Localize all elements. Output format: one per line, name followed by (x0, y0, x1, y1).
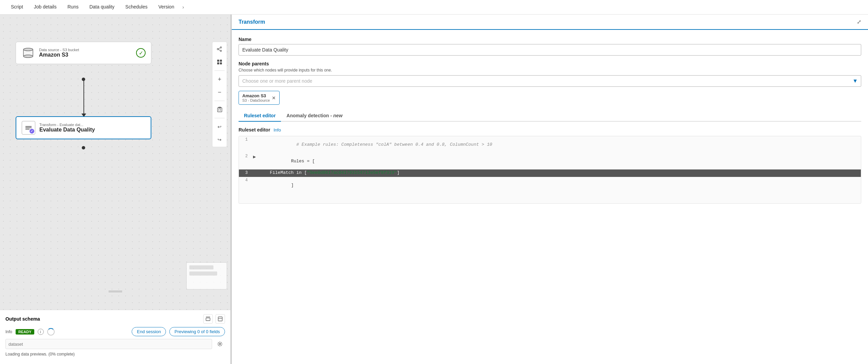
line-num-4: 4 (239, 177, 251, 183)
output-schema-title: Output schema (5, 316, 40, 322)
schema-expand-btn[interactable] (215, 314, 225, 324)
loading-spinner (47, 328, 55, 336)
code-line-4: 4 ] (239, 177, 861, 194)
svg-point-5 (220, 50, 222, 52)
line-arrow-3 (251, 169, 258, 170)
evaluate-node-info: Transform - Evaluate dat... Evaluate Dat… (39, 123, 145, 133)
svg-point-4 (217, 48, 219, 50)
name-field-input[interactable] (239, 44, 861, 56)
anomaly-tab-label: Anomaly detection - (286, 113, 333, 118)
tab-version[interactable]: Version (153, 0, 180, 14)
tab-runs[interactable]: Runs (62, 0, 84, 14)
action-buttons: End session Previewing 0 of 0 fields (132, 327, 225, 336)
zoom-in-tool[interactable]: + (214, 74, 225, 84)
parent-tag-type: S3 - DataSource (242, 98, 270, 102)
gear-button[interactable] (215, 339, 225, 349)
canvas-toolbar: + − ↩ ↪ (212, 42, 227, 147)
info-icon-btn[interactable]: i (38, 329, 44, 335)
top-tab-bar: Script Job details Runs Data quality Sch… (0, 0, 868, 15)
s3-node[interactable]: Data source - S3 bucket Amazon S3 ✓ (16, 42, 151, 64)
code-line-3: 3 FileMatch in ["3ee0d8617ac041793154713… (239, 169, 861, 177)
svg-point-1 (23, 48, 33, 51)
s3-check-icon: ✓ (136, 48, 146, 58)
tab-data-quality[interactable]: Data quality (84, 0, 120, 14)
transform-body: Name Node parents Choose which nodes wil… (232, 30, 868, 364)
tab-more-button[interactable]: › (180, 0, 187, 14)
code-bracket-close: ] (291, 183, 294, 188)
node-parents-label: Node parents (239, 61, 861, 66)
dataset-input[interactable] (5, 339, 212, 349)
svg-rect-16 (206, 318, 210, 321)
evaluate-node-name: Evaluate Data Quality (39, 127, 145, 133)
line-num-2: 2 (239, 153, 251, 159)
svg-point-2 (23, 55, 33, 58)
comment-1: # Example rules: Completeness "colA" bet… (291, 142, 492, 147)
tab-script[interactable]: Script (5, 0, 29, 14)
s3-node-name: Amazon S3 (39, 52, 132, 58)
info-label-text: Info (5, 329, 12, 334)
minimap (186, 262, 227, 289)
ruleset-tabs: Ruleset editor Anomaly detection - new (239, 110, 861, 122)
panel-drag-handle[interactable] (109, 291, 122, 293)
evaluate-node-type: Transform - Evaluate dat... (39, 123, 145, 127)
schema-icon-group (203, 314, 225, 324)
schema-collapse-btn[interactable] (203, 314, 213, 324)
s3-node-type: Data source - S3 bucket (39, 48, 132, 52)
s3-node-status: ✓ (136, 48, 146, 58)
svg-line-7 (219, 49, 220, 50)
node-parents-desc: Choose which nodes will provide inputs f… (239, 68, 861, 73)
line-arrow-2: ▶ (251, 153, 258, 160)
evaluate-node[interactable]: ✓ Transform - Evaluate dat... Evaluate D… (16, 116, 151, 139)
share-tool[interactable] (214, 44, 225, 54)
canvas-area[interactable]: Data source - S3 bucket Amazon S3 ✓ (0, 15, 230, 310)
line-content-4: ] (258, 177, 861, 194)
preview-fields-button[interactable]: Previewing 0 of 0 fields (169, 327, 225, 336)
line-num-3: 3 (239, 169, 251, 175)
ready-badge: READY (16, 329, 34, 335)
tab-anomaly-detection[interactable]: Anomaly detection - new (281, 110, 348, 122)
tab-ruleset-editor[interactable]: Ruleset editor (239, 110, 281, 122)
grid-tool[interactable] (214, 57, 225, 67)
output-schema-header: Output schema (5, 314, 225, 324)
redo-tool[interactable]: ↪ (214, 135, 225, 145)
code-line-2: 2 ▶ Rules = [ (239, 153, 861, 169)
parent-select[interactable]: Choose one or more parent node (239, 75, 861, 87)
parent-tag-close-btn[interactable]: ✕ (272, 95, 276, 101)
info-bar: Info READY i End session Previewing 0 of… (5, 327, 225, 336)
zoom-out-tool[interactable]: − (214, 87, 225, 97)
parent-select-wrapper: Choose one or more parent node ▼ (239, 75, 861, 87)
svg-rect-10 (217, 62, 219, 64)
svg-line-6 (219, 48, 220, 49)
svg-rect-8 (217, 60, 219, 62)
delete-tool[interactable] (214, 104, 225, 115)
anomaly-tab-new: new (333, 113, 342, 118)
svg-rect-9 (220, 60, 222, 62)
connector-line (83, 81, 84, 115)
code-line-1: 1 # Example rules: Completeness "colA" b… (239, 136, 861, 153)
output-schema-panel: Output schema Info READY i End session (0, 310, 230, 364)
transform-header: Transform ⤢ (232, 15, 868, 30)
line-arrow-1 (251, 136, 258, 137)
dataset-row (5, 339, 225, 349)
svg-rect-18 (218, 317, 222, 321)
parent-tag: Amazon S3 S3 - DataSource ✕ (239, 91, 280, 105)
expand-transform-btn[interactable]: ⤢ (857, 19, 861, 25)
svg-rect-11 (220, 62, 222, 64)
parent-tag-name: Amazon S3 (242, 93, 270, 98)
code-rules-eq: Rules = [ (291, 159, 315, 164)
tab-job-details[interactable]: Job details (29, 0, 62, 14)
transform-panel-title: Transform (239, 19, 265, 25)
undo-tool[interactable]: ↩ (214, 122, 225, 132)
ruleset-info-link[interactable]: Info (273, 127, 281, 133)
main-layout: Data source - S3 bucket Amazon S3 ✓ (0, 15, 868, 364)
s3-icon (21, 46, 35, 60)
code-editor[interactable]: 1 # Example rules: Completeness "colA" b… (239, 136, 861, 204)
end-session-button[interactable]: End session (132, 327, 166, 336)
code-hash-value: "3ee0d8617ac041793154713e5ef8f319" (307, 170, 397, 175)
canvas-panel: Data source - S3 bucket Amazon S3 ✓ (0, 15, 231, 364)
line-content-3: FileMatch in ["3ee0d8617ac041793154713e5… (258, 169, 861, 176)
svg-point-3 (220, 47, 222, 48)
tab-schedules[interactable]: Schedules (120, 0, 153, 14)
transform-panel: Transform ⤢ Name Node parents Choose whi… (232, 15, 868, 364)
line-content-1: # Example rules: Completeness "colA" bet… (258, 136, 861, 153)
